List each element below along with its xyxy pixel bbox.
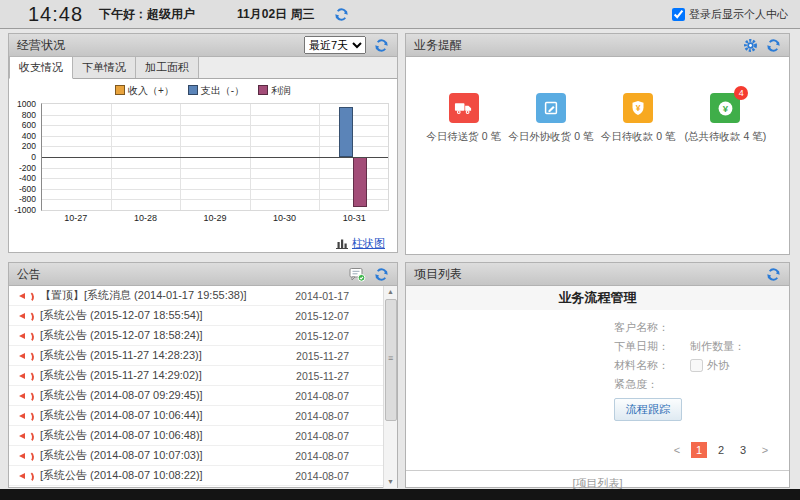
speaker-icon <box>18 370 33 382</box>
list-item[interactable]: [系统公告 (2015-11-27 14:29:02)]2015-11-27 <box>9 366 397 386</box>
list-item[interactable]: [系统公告 (2015-12-07 18:55:54)]2015-12-07 <box>9 306 397 326</box>
refresh-icon[interactable] <box>374 38 389 53</box>
project-list-body: 业务流程管理 客户名称： 下单日期：制作数量： 材料名称：外协 紧急度： 流程跟… <box>406 286 789 488</box>
payment-total-tile-label: (总共待收款 4 笔) <box>685 130 767 144</box>
outsource-checkbox[interactable] <box>690 359 703 372</box>
y-tick-label: 600 <box>22 120 36 130</box>
customer-name-label: 客户名称： <box>614 320 690 335</box>
list-item[interactable]: 【置顶】[系统消息 (2014-01-17 19:55:38)]2014-01-… <box>9 286 397 306</box>
bar-chart-link[interactable]: 柱状图 <box>352 236 385 251</box>
business-reminders-title: 业务提醒 <box>414 37 462 54</box>
bar-chart-icon <box>336 238 348 249</box>
message-note-icon[interactable] <box>349 267 366 282</box>
x-tick-label: 10-29 <box>180 213 250 228</box>
scroll-up-arrow[interactable] <box>384 286 397 298</box>
reminder-delivery: 今日待送货 0 笔 <box>420 93 507 144</box>
speaker-icon <box>18 310 33 322</box>
material-name-label: 材料名称： <box>614 358 690 373</box>
business-reminders-panel: 业务提醒 今日待送货 0 笔 今日外协收货 0 笔 <box>405 33 790 255</box>
outsource-label: 外协 <box>707 358 729 373</box>
y-tick-label: -1000 <box>14 205 36 215</box>
tab-income-expense[interactable]: 收支情况 <box>9 56 73 79</box>
list-item[interactable]: [系统公告 (2014-08-07 10:07:03)]2014-08-07 <box>9 446 397 466</box>
workflow-heading: 业务流程管理 <box>406 286 789 310</box>
show-personal-center-checkbox[interactable] <box>672 8 685 21</box>
refresh-icon[interactable] <box>334 7 349 22</box>
speaker-icon <box>18 430 33 442</box>
x-tick-label: 10-31 <box>319 213 389 228</box>
reminder-outsource-receipt: 今日外协收货 0 笔 <box>507 93 594 144</box>
y-tick-label: -200 <box>19 163 36 173</box>
yen-shield-icon: ¥ <box>630 100 646 116</box>
refresh-icon[interactable] <box>766 267 781 282</box>
legend-expense: 支出（-） <box>188 84 244 98</box>
svg-text:¥: ¥ <box>723 102 729 113</box>
reminder-payment-today: ¥ 今日待收款 0 笔 <box>595 93 682 144</box>
date-range-select[interactable]: 最近7天 <box>304 36 366 54</box>
refresh-icon[interactable] <box>374 267 389 282</box>
clock-time: 14:48 <box>28 3 83 26</box>
pagination-next[interactable]: > <box>757 442 773 458</box>
workflow-form: 客户名称： 下单日期：制作数量： 材料名称：外协 紧急度： <box>614 318 789 394</box>
outsource-receipt-tile-label: 今日外协收货 0 笔 <box>508 130 593 144</box>
y-tick-label: -400 <box>19 173 36 183</box>
y-tick-label: 800 <box>22 110 36 120</box>
list-item[interactable]: [系统公告 (2014-08-07 10:06:48)]2014-08-07 <box>9 426 397 446</box>
pagination-page-2[interactable]: 2 <box>713 442 729 458</box>
scroll-down-arrow[interactable] <box>384 476 397 488</box>
h-gridline <box>42 146 388 147</box>
tab-orders[interactable]: 下单情况 <box>73 56 136 78</box>
business-status-panel: 经营状况 最近7天 收支情况 下单情况 加工面积 收入（+） 支出（-） 利润 … <box>8 33 398 253</box>
x-tick-label: 10-28 <box>111 213 181 228</box>
pagination: < 1 2 3 > <box>669 442 773 458</box>
gear-icon[interactable] <box>743 38 758 53</box>
list-item[interactable]: [系统公告 (2014-08-07 10:06:44)]2014-08-07 <box>9 406 397 426</box>
h-gridline <box>42 199 388 200</box>
scrollbar[interactable] <box>383 286 397 488</box>
list-item[interactable]: [系统公告 (2014-08-07 10:08:22)]2014-08-07 <box>9 466 397 486</box>
x-tick-label: 10-30 <box>250 213 320 228</box>
delivery-tile[interactable] <box>449 93 479 123</box>
h-gridline <box>42 125 388 126</box>
top-bar: 14:48 下午好：超级用户 11月02日 周三 登录后显示个人中心 <box>0 0 800 29</box>
y-tick-label: 0 <box>31 152 36 162</box>
list-item[interactable]: [系统公告 (2015-11-27 14:28:23)]2015-11-27 <box>9 346 397 366</box>
scrollbar-thumb[interactable] <box>385 299 397 421</box>
speaker-icon <box>18 470 33 482</box>
project-list-title: 项目列表 <box>414 266 462 283</box>
project-list-panel: 项目列表 业务流程管理 客户名称： 下单日期：制作数量： 材料名称：外协 紧急度… <box>405 262 790 488</box>
reminder-tiles: 今日待送货 0 笔 今日外协收货 0 笔 ¥ 今日待收款 0 笔 ¥ 4 (总 <box>420 93 769 144</box>
payment-today-tile[interactable]: ¥ <box>623 93 653 123</box>
payment-total-tile[interactable]: ¥ 4 <box>710 93 740 123</box>
chart-x-labels: 10-2710-2810-2910-3010-31 <box>41 213 389 228</box>
h-gridline <box>42 115 388 116</box>
pagination-page-3[interactable]: 3 <box>735 442 751 458</box>
h-gridline <box>42 189 388 190</box>
show-personal-center-label: 登录后显示个人中心 <box>689 7 788 22</box>
order-date-label: 下单日期： <box>614 339 690 354</box>
tab-processing-area[interactable]: 加工面积 <box>136 56 199 78</box>
chart-bar <box>353 157 367 207</box>
chart-plot: 10008006004002000-200-400-600-800-1000 <box>41 103 389 211</box>
y-tick-label: -600 <box>19 184 36 194</box>
legend-income-swatch <box>115 85 125 95</box>
flow-track-button[interactable]: 流程跟踪 <box>614 398 682 421</box>
legend-income: 收入（+） <box>115 84 174 98</box>
refresh-icon[interactable] <box>766 38 781 53</box>
list-item[interactable]: [系统公告 (2014-08-07 09:29:45)]2014-08-07 <box>9 386 397 406</box>
pagination-prev[interactable]: < <box>669 442 685 458</box>
list-item[interactable]: [系统公告 (2015-12-07 18:58:24)]2015-12-07 <box>9 326 397 346</box>
announcements-header: 公告 <box>9 263 397 286</box>
chart-legend: 收入（+） 支出（-） 利润 <box>9 83 397 99</box>
payment-today-tile-label: 今日待收款 0 笔 <box>601 130 676 144</box>
legend-expense-swatch <box>188 85 198 95</box>
outsource-receipt-tile[interactable] <box>536 93 566 123</box>
truck-icon <box>454 100 473 116</box>
legend-profit-swatch <box>258 85 268 95</box>
speaker-icon <box>18 350 33 362</box>
speaker-icon <box>18 290 33 302</box>
h-gridline <box>42 178 388 179</box>
speaker-icon <box>18 450 33 462</box>
bar-chart: 10008006004002000-200-400-600-800-1000 1… <box>41 103 389 228</box>
pagination-page-1[interactable]: 1 <box>691 442 707 458</box>
